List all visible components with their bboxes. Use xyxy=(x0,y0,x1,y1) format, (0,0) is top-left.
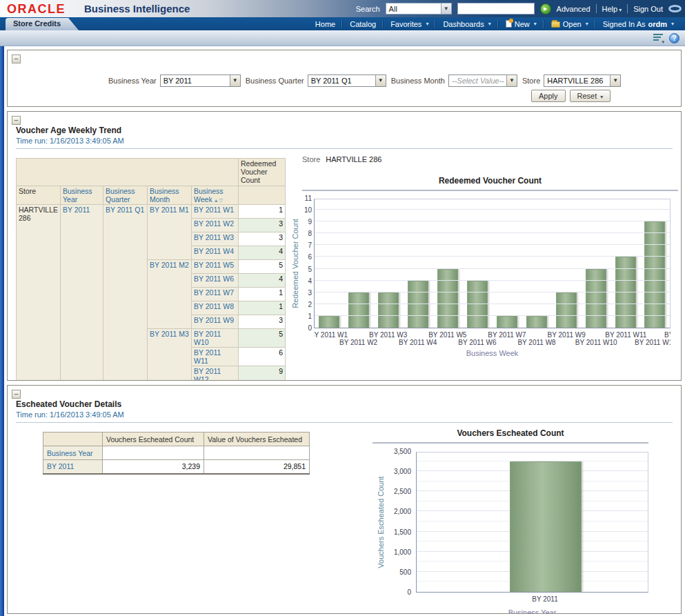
open-folder-icon xyxy=(551,21,560,28)
bar[interactable] xyxy=(378,292,399,328)
store-select[interactable]: HARTVILLE 286 ▼ xyxy=(544,74,621,87)
oracle-ring-icon xyxy=(668,5,682,12)
nav-bar: Store Credits Home Catalog Favorites▾ Da… xyxy=(0,17,685,30)
month-cell[interactable]: BY 2011 M1 xyxy=(148,205,192,260)
x-tick-label: BY 2011 W13 xyxy=(664,331,671,339)
week-cell[interactable]: BY 2011 W4 xyxy=(192,246,239,260)
bar[interactable] xyxy=(408,281,428,328)
y-tick-label: 7 xyxy=(308,241,312,249)
chart-title: Redeemed Voucher Count xyxy=(302,176,678,186)
business-month-select[interactable]: --Select Value-- ▼ xyxy=(448,74,517,87)
bar[interactable] xyxy=(467,281,488,328)
help-menu[interactable]: Help▾ xyxy=(602,5,622,13)
col-header-business-week[interactable]: Business Week▲▽ xyxy=(192,186,239,205)
y-tick-label: 8 xyxy=(308,230,312,237)
bar[interactable] xyxy=(556,292,577,328)
bar[interactable] xyxy=(437,269,458,328)
chevron-down-icon[interactable]: ▼ xyxy=(230,75,240,86)
divider xyxy=(16,422,673,423)
week-cell[interactable]: BY 2011 W6 xyxy=(192,274,239,288)
month-cell[interactable]: BY 2011 M3 xyxy=(148,329,192,381)
filter-business-year: Business Year BY 2011 ▼ xyxy=(108,74,241,87)
help-icon[interactable]: ? xyxy=(669,33,679,43)
col-header-store[interactable]: Store xyxy=(17,186,61,205)
week-cell[interactable]: BY 2011 W3 xyxy=(192,232,239,246)
bar[interactable] xyxy=(497,316,517,328)
week-cell[interactable]: BY 2011 W12 xyxy=(192,366,239,381)
apply-button[interactable]: Apply xyxy=(531,90,566,102)
user-menu[interactable]: Signed In Asordm▾ xyxy=(595,20,681,28)
nav-item-new[interactable]: New▾ xyxy=(498,20,544,28)
escheated-table: Vouchers Escheated Count Value of Vouche… xyxy=(43,432,310,475)
collapse-icon[interactable]: − xyxy=(12,54,21,63)
week-cell[interactable]: BY 2011 W1 xyxy=(192,205,239,219)
week-cell[interactable]: BY 2011 W11 xyxy=(192,348,239,366)
row-header-business-year[interactable]: Business Year xyxy=(43,446,103,460)
chevron-down-icon: ▾ xyxy=(619,7,622,13)
header-blank xyxy=(43,433,103,446)
nav-item-dashboards[interactable]: Dashboards▾ xyxy=(435,20,497,28)
x-tick-label: BY 2011 W5 xyxy=(428,331,466,339)
search-scope-select[interactable]: All ▼ xyxy=(386,3,452,14)
divider xyxy=(302,190,678,191)
chevron-down-icon[interactable]: ▼ xyxy=(441,3,451,14)
search-go-button[interactable]: ▶ xyxy=(540,3,551,14)
bar[interactable] xyxy=(644,221,665,328)
gridline xyxy=(315,221,670,221)
year-cell[interactable]: BY 2011 xyxy=(43,460,103,474)
username: ordm xyxy=(648,20,667,28)
sign-out-link[interactable]: Sign Out xyxy=(633,5,663,13)
new-icon xyxy=(506,20,512,28)
gridline xyxy=(315,304,670,304)
blank-cell xyxy=(103,446,204,460)
store-cell: HARTVILLE 286 xyxy=(17,205,61,381)
x-tick-label: BY 2011 W6 xyxy=(458,339,496,346)
gridline xyxy=(315,256,670,257)
chevron-down-icon[interactable]: ▼ xyxy=(506,75,517,86)
table-corner-blank xyxy=(17,159,239,186)
chart-context: StoreHARTVILLE 286 xyxy=(302,155,381,163)
week-cell[interactable]: BY 2011 W7 xyxy=(192,288,239,301)
bar[interactable] xyxy=(586,269,606,328)
nav-item-home[interactable]: Home xyxy=(308,20,342,28)
week-cell[interactable]: BY 2011 W9 xyxy=(192,315,239,329)
bar[interactable] xyxy=(348,292,369,328)
nav-item-catalog[interactable]: Catalog xyxy=(342,20,383,28)
search-scope-value: All xyxy=(386,5,441,13)
col-header-business-month[interactable]: Business Month xyxy=(148,186,192,205)
reset-button[interactable]: Reset ▾ xyxy=(570,90,611,102)
col-header-business-year[interactable]: Business Year xyxy=(61,186,103,205)
collapse-icon[interactable]: − xyxy=(12,390,21,399)
filter-store: Store HARTVILLE 286 ▼ xyxy=(522,74,621,87)
week-cell[interactable]: BY 2011 W8 xyxy=(192,301,239,315)
search-input[interactable] xyxy=(457,3,535,14)
business-quarter-select[interactable]: BY 2011 Q1 ▼ xyxy=(308,74,386,87)
year-cell[interactable]: BY 2011 xyxy=(61,205,103,381)
chevron-down-icon[interactable]: ▼ xyxy=(610,75,620,86)
y-tick-label: 3,000 xyxy=(394,468,411,475)
quarter-cell[interactable]: BY 2011 Q1 xyxy=(103,205,148,381)
week-cell[interactable]: BY 2011 W2 xyxy=(192,219,239,232)
business-year-select[interactable]: BY 2011 ▼ xyxy=(160,74,241,87)
sort-asc-icon[interactable]: ▲ xyxy=(214,198,218,203)
nav-item-open[interactable]: Open▾ xyxy=(544,20,595,28)
chevron-down-icon: ▾ xyxy=(586,21,588,27)
tab-store-credits[interactable]: Store Credits xyxy=(6,18,79,30)
trend-yaxis: 01234567891011 xyxy=(297,199,314,328)
week-cell[interactable]: BY 2011 W5 xyxy=(192,260,239,274)
esch-plot xyxy=(416,452,648,593)
chevron-down-icon[interactable]: ▼ xyxy=(375,75,386,86)
x-tick-label: BY 2011 W8 xyxy=(517,339,555,346)
sort-desc-icon[interactable]: ▽ xyxy=(219,198,222,203)
nav-item-favorites[interactable]: Favorites▾ xyxy=(383,20,435,28)
bar[interactable] xyxy=(510,461,582,592)
bar[interactable] xyxy=(319,316,339,328)
week-cell[interactable]: BY 2011 W10 xyxy=(192,329,239,348)
collapse-icon[interactable]: − xyxy=(12,116,21,125)
col-header-business-quarter[interactable]: Business Quarter xyxy=(103,186,148,205)
bar[interactable] xyxy=(526,316,547,328)
count-cell: 3 xyxy=(239,315,286,329)
month-cell[interactable]: BY 2011 M2 xyxy=(148,260,192,329)
page-options-icon[interactable] xyxy=(653,34,663,42)
advanced-link[interactable]: Advanced xyxy=(557,5,590,13)
